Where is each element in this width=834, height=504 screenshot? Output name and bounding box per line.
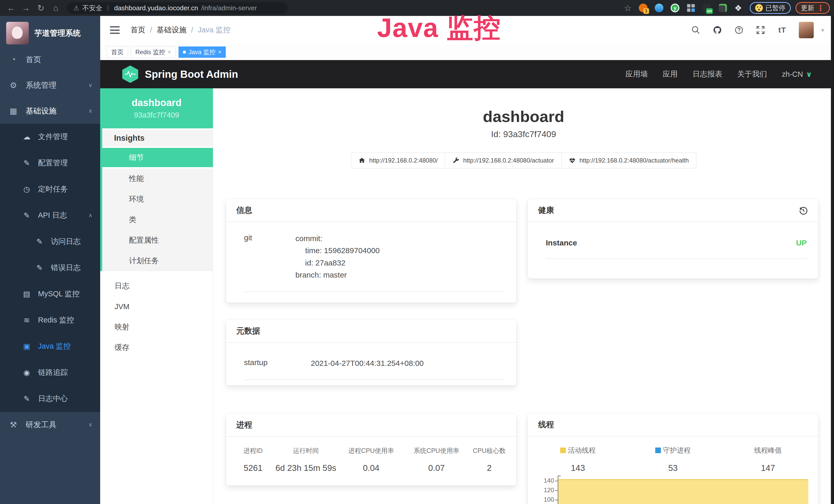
sidebar-item-infrastructure[interactable]: ▦ 基础设施 ∧ — [0, 98, 100, 124]
sidebar-item-label: Redis 监控 — [38, 315, 74, 325]
address-bar[interactable]: ⚠ 不安全 dashboard.yudao.iocoder.cn/infra/a… — [67, 2, 288, 14]
bookmark-star-icon[interactable]: ☆ — [621, 3, 635, 13]
extension-icon-grid[interactable] — [685, 3, 696, 13]
process-col-header: CPU核心数 — [470, 446, 509, 455]
browser-menu-kebab-icon[interactable]: ⋮ — [817, 4, 825, 13]
extension-icon-orange[interactable]: 1 — [638, 3, 649, 13]
sba-menu-mappings[interactable]: 映射 — [100, 317, 213, 337]
reload-icon[interactable]: ↻ — [34, 3, 48, 13]
forward-icon[interactable]: → — [19, 3, 33, 13]
sba-menu-environment[interactable]: 环境 — [102, 189, 213, 209]
sba-brand-title[interactable]: Spring Boot Admin — [145, 69, 238, 80]
tag-redis-monitor[interactable]: Redis 监控 × — [131, 46, 175, 58]
legend-label: 线程峰值 — [754, 446, 782, 455]
sidebar-item-log-center[interactable]: ✎ 日志中心 — [0, 386, 100, 412]
process-col-header: 系统CPU使用率 — [406, 446, 467, 455]
health-url: http://192.168.0.2:48080/actuator/health — [579, 157, 689, 164]
sidebar-item-label: MySQL 监控 — [38, 289, 80, 299]
sba-menu-details[interactable]: 细节 — [102, 148, 213, 168]
chrome-update-button[interactable]: 更新 ⋮ — [795, 2, 830, 14]
paused-label: 已暂停 — [765, 4, 786, 13]
sidebar-item-label: 错误日志 — [51, 263, 81, 273]
sidebar-item-system[interactable]: ⚙ 系统管理 ∨ — [0, 72, 100, 98]
threads-area-chart: 140 120 100 — [538, 475, 809, 504]
infrastructure-submenu: ☁ 文件管理 ✎ 配置管理 ◷ 定时任务 ✎ API 日志 ∧ ✎ 访问日志 ✎ — [0, 124, 100, 412]
sba-nav-wallboard[interactable]: 应用墙 — [626, 69, 648, 79]
profile-paused-chip[interactable]: 已暂停 — [750, 2, 791, 14]
github-icon[interactable] — [712, 25, 722, 35]
spring-boot-admin-logo[interactable] — [122, 66, 138, 83]
tag-home[interactable]: 首页 — [107, 46, 128, 58]
history-icon[interactable] — [798, 206, 808, 215]
sidebar-item-tracing[interactable]: ◉ 链路追踪 — [0, 360, 100, 386]
edit-icon: ✎ — [35, 264, 45, 272]
extension-icon-tampermonkey[interactable]: on — [701, 3, 712, 13]
sidebar-item-dev-tools[interactable]: ⚒ 研发工具 ∨ — [0, 412, 100, 437]
fullscreen-icon[interactable] — [756, 25, 765, 35]
card-title: 进程 — [226, 414, 516, 437]
legend-swatch-yellow — [560, 448, 566, 453]
extension-icon-green-y[interactable]: y — [670, 3, 680, 13]
breadcrumb-separator: / — [150, 26, 152, 35]
window-scrollbar[interactable] — [831, 16, 834, 504]
sba-locale-select[interactable]: zh-CN ∨ — [782, 70, 812, 78]
cpu-cores: 2 — [470, 463, 509, 473]
service-url-button[interactable]: http://192.168.0.2:48080/ — [351, 153, 445, 168]
breadcrumb: 首页 / 基础设施 / Java 监控 — [130, 25, 231, 35]
sba-menu-scheduled-tasks[interactable]: 计划任务 — [102, 251, 213, 271]
sidebar-item-api-log[interactable]: ✎ API 日志 ∧ — [0, 202, 100, 229]
security-label[interactable]: 不安全 — [82, 4, 102, 13]
tag-java-monitor[interactable]: Java 监控 × — [178, 46, 226, 58]
close-icon[interactable]: × — [218, 49, 221, 55]
info-git-row: git commit: time: 1596289704000 id: 27aa… — [244, 232, 505, 292]
sidebar-item-config-manage[interactable]: ✎ 配置管理 — [0, 150, 100, 176]
status-badge: UP — [796, 238, 807, 247]
sidebar-item-home[interactable]: ◔ 首页 — [0, 47, 100, 72]
sba-nav-applications[interactable]: 应用 — [663, 69, 678, 79]
sba-menu-caches[interactable]: 缓存 — [100, 337, 213, 358]
extension-icon-sprout[interactable] — [717, 3, 728, 13]
sidebar-item-mysql-monitor[interactable]: ▤ MySQL 监控 — [0, 281, 100, 307]
font-size-icon[interactable]: tT — [777, 25, 787, 35]
chevron-up-icon: ∧ — [88, 212, 92, 219]
sidebar-item-java-monitor[interactable]: ▣ Java 监控 — [0, 333, 100, 360]
sba-menu-jvm[interactable]: JVM — [100, 296, 213, 317]
sidebar-item-access-log[interactable]: ✎ 访问日志 — [0, 229, 100, 255]
profile-avatar-emoji — [755, 4, 763, 12]
sba-nav-about[interactable]: 关于我们 — [737, 69, 767, 79]
sba-menu-config-props[interactable]: 配置属性 — [102, 230, 213, 251]
sidebar-item-error-log[interactable]: ✎ 错误日志 — [0, 255, 100, 281]
app-logo-row[interactable]: 芋道管理系统 — [0, 16, 100, 47]
extensions-puzzle-icon[interactable]: ❖ — [731, 3, 745, 13]
sba-menu-loggers[interactable]: 日志 — [100, 276, 213, 296]
close-icon[interactable]: × — [168, 49, 171, 55]
home-icon[interactable]: ⌂ — [49, 3, 63, 13]
app-sidebar: 芋道管理系统 ◔ 首页 ⚙ 系统管理 ∨ ▦ 基础设施 ∧ ☁ 文件管理 ✎ 配… — [0, 16, 100, 504]
actuator-url-button[interactable]: http://192.168.0.2:48080/actuator — [445, 153, 562, 168]
search-icon[interactable] — [691, 25, 701, 35]
breadcrumb-infra[interactable]: 基础设施 — [157, 25, 186, 35]
back-icon[interactable]: ← — [4, 3, 18, 13]
extension-on-badge: on — [706, 8, 713, 14]
user-avatar[interactable] — [799, 22, 814, 38]
git-commit-line: commit: — [295, 232, 380, 245]
extension-icon-pin[interactable] — [654, 3, 664, 13]
sba-menu-metrics[interactable]: 性能 — [102, 168, 213, 189]
peak-threads-value: 147 — [721, 463, 815, 473]
sidebar-toggle-icon[interactable] — [110, 26, 120, 34]
page-instance-id: Id: 93a3fc7f7409 — [213, 129, 834, 139]
sba-nav-journal[interactable]: 日志报表 — [693, 69, 722, 79]
user-menu-caret-icon[interactable]: ▾ — [821, 26, 824, 34]
sba-instance-header[interactable]: dashboard 93a3fc7f7409 — [100, 88, 213, 129]
sidebar-item-redis-monitor[interactable]: ≋ Redis 监控 — [0, 307, 100, 333]
chevron-up-icon: ∧ — [88, 108, 92, 114]
health-url-button[interactable]: http://192.168.0.2:48080/actuator/health — [561, 153, 696, 168]
sba-menu-classes[interactable]: 类 — [102, 209, 213, 230]
help-icon[interactable] — [734, 25, 744, 35]
sidebar-item-scheduled-jobs[interactable]: ◷ 定时任务 — [0, 176, 100, 202]
locale-value: zh-CN — [782, 70, 803, 78]
table-icon: ▤ — [22, 290, 32, 298]
process-col-header: 进程CPU使用率 — [339, 446, 403, 455]
sidebar-item-file-manage[interactable]: ☁ 文件管理 — [0, 124, 100, 150]
breadcrumb-home[interactable]: 首页 — [130, 25, 146, 35]
